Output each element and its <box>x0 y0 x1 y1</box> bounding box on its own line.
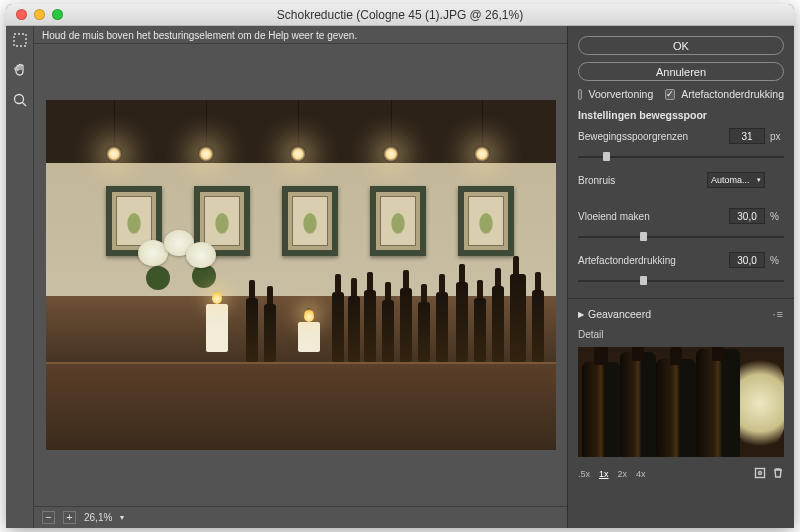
svg-line-2 <box>22 103 26 107</box>
zoom-out-button[interactable]: − <box>42 511 55 524</box>
motion-section-title: Instellingen bewegsspoor <box>578 109 784 121</box>
advanced-label: Geavanceerd <box>588 308 651 320</box>
detail-zoom-row: .5x 1x 2x 4x <box>578 467 784 481</box>
artifact-checkbox[interactable] <box>665 89 675 100</box>
titlebar[interactable]: Schokreductie (Cologne 45 (1).JPG @ 26,1… <box>6 4 794 26</box>
source-noise-label: Bronruis <box>578 175 702 186</box>
zoom-icon[interactable] <box>52 9 63 20</box>
viewport[interactable] <box>34 44 567 506</box>
artifact-supp-slider[interactable] <box>578 276 784 286</box>
preview-checkbox[interactable] <box>578 89 582 100</box>
zoom-tool-icon[interactable] <box>12 92 28 112</box>
smoothing-unit: % <box>770 211 784 222</box>
detail-preview[interactable] <box>578 347 784 457</box>
smoothing-slider[interactable] <box>578 232 784 242</box>
svg-point-1 <box>14 95 23 104</box>
minimize-icon[interactable] <box>34 9 45 20</box>
hint-bar: Houd de muis boven het besturingselement… <box>34 26 567 44</box>
preview-label: Voorvertoning <box>588 88 653 100</box>
smoothing-input[interactable] <box>729 208 765 224</box>
preview-image <box>46 100 556 450</box>
ok-button[interactable]: OK <box>578 36 784 55</box>
traffic-lights <box>6 9 63 20</box>
target-icon[interactable] <box>754 467 766 481</box>
window-title: Schokreductie (Cologne 45 (1).JPG @ 26,1… <box>6 8 794 22</box>
zoom-4x[interactable]: 4x <box>636 469 646 479</box>
divider <box>568 298 794 299</box>
blur-bounds-input[interactable] <box>729 128 765 144</box>
canvas-area: Houd de muis boven het besturingselement… <box>34 26 567 528</box>
cancel-button[interactable]: Annuleren <box>578 62 784 81</box>
artifact-label: Artefactonderdrukking <box>681 88 784 100</box>
source-noise-select[interactable]: Automa...▾ <box>707 172 765 188</box>
triangle-right-icon: ▶ <box>578 310 584 319</box>
status-bar: − + 26,1% ▾ <box>34 506 567 528</box>
dialog-window: Schokreductie (Cologne 45 (1).JPG @ 26,1… <box>6 4 794 528</box>
zoom-1x[interactable]: 1x <box>599 469 609 479</box>
blur-bounds-unit: px <box>770 131 784 142</box>
panel-menu-icon[interactable]: ·≡ <box>773 308 784 320</box>
chevron-down-icon[interactable]: ▾ <box>120 513 124 522</box>
svg-rect-3 <box>756 469 765 478</box>
settings-panel: OK Annuleren Voorvertoning Artefactonder… <box>567 26 794 528</box>
svg-point-4 <box>759 472 762 475</box>
advanced-disclosure[interactable]: ▶ Geavanceerd ·≡ <box>578 308 784 320</box>
svg-rect-0 <box>14 34 26 46</box>
blur-bounds-label: Bewegingsspoorgrenzen <box>578 131 724 142</box>
artifact-supp-unit: % <box>770 255 784 266</box>
detail-label: Detail <box>578 329 784 340</box>
zoom-in-button[interactable]: + <box>63 511 76 524</box>
toolbar <box>6 26 34 528</box>
blur-bounds-slider[interactable] <box>578 152 784 162</box>
trash-icon[interactable] <box>772 467 784 481</box>
zoom-0.5x[interactable]: .5x <box>578 469 590 479</box>
hand-tool-icon[interactable] <box>12 62 28 82</box>
artifact-supp-label: Artefactonderdrukking <box>578 255 724 266</box>
dialog-body: Houd de muis boven het besturingselement… <box>6 26 794 528</box>
close-icon[interactable] <box>16 9 27 20</box>
marquee-tool-icon[interactable] <box>12 32 28 52</box>
smoothing-label: Vloeiend maken <box>578 211 724 222</box>
artifact-supp-input[interactable] <box>729 252 765 268</box>
zoom-2x[interactable]: 2x <box>618 469 628 479</box>
zoom-level: 26,1% <box>84 512 112 523</box>
